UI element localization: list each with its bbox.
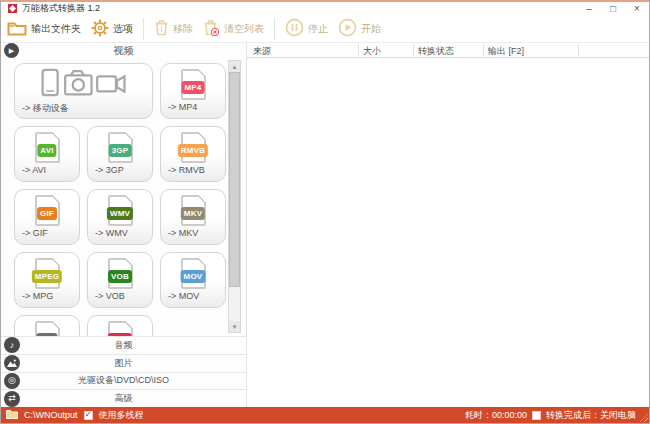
- maximize-button[interactable]: □: [607, 3, 619, 14]
- file-document-icon: MPEG: [35, 258, 60, 289]
- app-logo-icon: [8, 4, 17, 13]
- file-document-icon: SWF: [108, 321, 133, 336]
- minimize-button[interactable]: –: [583, 3, 595, 14]
- shutdown-label: 转换完成后：关闭电脑: [546, 409, 636, 422]
- format-tile[interactable]: VOB -> VOB: [87, 252, 153, 308]
- format-tile[interactable]: MKV -> MKV: [160, 189, 226, 245]
- format-tile[interactable]: MP4 -> MP4: [160, 63, 226, 119]
- format-tile-label: -> WMV: [88, 228, 152, 238]
- format-badge: MP4: [181, 81, 204, 94]
- file-document-icon: GIF: [35, 195, 60, 226]
- format-tile-label: -> MOV: [161, 291, 225, 301]
- format-tile-label: -> AVI: [15, 165, 79, 175]
- format-tile-label: -> VOB: [88, 291, 152, 301]
- disc-icon: ◎: [4, 373, 20, 389]
- window-controls: – □ ×: [583, 3, 643, 14]
- format-tile[interactable]: WMV -> WMV: [87, 189, 153, 245]
- format-tile-label: -> RMVB: [161, 165, 225, 175]
- file-document-icon: MOV: [181, 258, 206, 289]
- category-advanced[interactable]: ⇄ 高级: [1, 389, 246, 407]
- titlebar: 万能格式转换器 1.2 – □ ×: [1, 2, 649, 15]
- format-badge: MPEG: [32, 270, 62, 283]
- format-tile[interactable]: GIF -> GIF: [14, 189, 80, 245]
- format-tile-grid: -> 移动设备 MP4 ->: [1, 58, 246, 336]
- column-output[interactable]: 输出 [F2]: [488, 45, 524, 58]
- elapsed-time: 耗时：00:00:00: [465, 409, 527, 422]
- image-icon: [4, 355, 20, 371]
- format-badge: MOV: [181, 270, 206, 283]
- main-area: ▶ 视频: [1, 43, 649, 407]
- format-tile-label: -> MP4: [161, 102, 225, 112]
- folder-icon: [7, 20, 27, 38]
- file-document-icon: 3GP: [108, 132, 133, 163]
- video-section-header[interactable]: ▶ 视频: [1, 43, 246, 58]
- toolbar: 输出文件夹 选项 移除 清空列表 停止: [1, 15, 649, 43]
- statusbar: C:\WNOutput ✓ 使用多线程 耗时：00:00:00 转换完成后：关闭…: [1, 407, 649, 423]
- file-list-empty[interactable]: [247, 58, 649, 407]
- toolbar-separator: [274, 18, 275, 40]
- remove-button[interactable]: 移除: [154, 19, 193, 38]
- trash-clear-icon: [203, 19, 220, 38]
- column-status[interactable]: 转换状态: [418, 45, 454, 58]
- clear-list-label: 清空列表: [224, 22, 264, 36]
- format-tile-label: -> MKV: [161, 228, 225, 238]
- stop-button[interactable]: 停止: [285, 18, 328, 39]
- format-badge: VOB: [108, 270, 132, 283]
- music-note-icon: ♪: [4, 337, 20, 353]
- app-window: 万能格式转换器 1.2 – □ × 输出文件夹 选项 移除: [0, 0, 650, 424]
- format-badge: GIF: [37, 207, 57, 220]
- advanced-arrows-icon: ⇄: [4, 391, 20, 407]
- clear-list-button[interactable]: 清空列表: [203, 19, 264, 38]
- format-tile-label: -> GIF: [15, 228, 79, 238]
- gear-icon: [91, 19, 109, 39]
- file-document-icon: AVI: [35, 132, 60, 163]
- table-header: 来源 大小 转换状态 输出 [F2]: [247, 43, 649, 58]
- scrollbar-thumb[interactable]: [229, 72, 240, 287]
- format-tile-viewport: -> 移动设备 MP4 ->: [1, 58, 246, 336]
- category-list: ♪ 音频 图片 ◎ 光驱设备\DVD\CD\ISO ⇄ 高级: [1, 336, 246, 407]
- video-play-icon: ▶: [4, 43, 19, 58]
- close-button[interactable]: ×: [631, 3, 643, 14]
- sidebar-scrollbar[interactable]: ▲ ▼: [228, 60, 241, 333]
- column-size[interactable]: 大小: [363, 45, 381, 58]
- format-sidebar: ▶ 视频: [1, 43, 247, 407]
- options-button[interactable]: 选项: [91, 19, 133, 39]
- format-badge: AVI: [37, 144, 56, 157]
- file-document-icon: MP4: [181, 69, 206, 100]
- format-tile[interactable]: RMVB -> RMVB: [160, 126, 226, 182]
- file-document-icon: RMVB: [181, 132, 206, 163]
- format-tile[interactable]: SWF -> SWF: [87, 315, 153, 336]
- output-folder-small-icon: [6, 409, 18, 421]
- multithread-checkbox[interactable]: ✓: [84, 411, 93, 420]
- output-path[interactable]: C:\WNOutput: [24, 410, 78, 420]
- start-button[interactable]: 开始: [338, 18, 381, 39]
- format-tile[interactable]: -> 移动设备: [14, 63, 153, 119]
- stop-label: 停止: [308, 22, 328, 36]
- resize-grip[interactable]: [640, 414, 648, 422]
- category-images[interactable]: 图片: [1, 354, 246, 372]
- output-folder-button[interactable]: 输出文件夹: [7, 20, 81, 38]
- window-title: 万能格式转换器 1.2: [22, 2, 100, 15]
- format-tile-label: -> 移动设备: [15, 102, 152, 115]
- file-document-icon: VOB: [108, 258, 133, 289]
- column-source[interactable]: 来源: [253, 45, 271, 58]
- category-audio[interactable]: ♪ 音频: [1, 336, 246, 354]
- format-tile[interactable]: MOV -> MOV: [160, 252, 226, 308]
- format-tile[interactable]: MPEG -> MPG: [14, 252, 80, 308]
- format-tile-label: -> 3GP: [88, 165, 152, 175]
- format-tile[interactable]: AVI -> AVI: [14, 126, 80, 182]
- video-section-label: 视频: [114, 44, 134, 58]
- shutdown-checkbox[interactable]: [532, 411, 541, 420]
- toolbar-separator: [143, 18, 144, 40]
- play-icon: [338, 18, 357, 39]
- format-tile[interactable]: 3GP -> 3GP: [87, 126, 153, 182]
- file-document-icon: WMV: [108, 195, 133, 226]
- format-tile[interactable]: FLV -> FLV: [14, 315, 80, 336]
- file-document-icon: MKV: [181, 195, 206, 226]
- category-optical[interactable]: ◎ 光驱设备\DVD\CD\ISO: [1, 372, 246, 390]
- scroll-down-icon[interactable]: ▼: [229, 321, 240, 332]
- format-tile-label: -> MPG: [15, 291, 79, 301]
- mobile-devices-icon: [38, 67, 130, 103]
- remove-label: 移除: [173, 22, 193, 36]
- scroll-up-icon[interactable]: ▲: [229, 61, 240, 72]
